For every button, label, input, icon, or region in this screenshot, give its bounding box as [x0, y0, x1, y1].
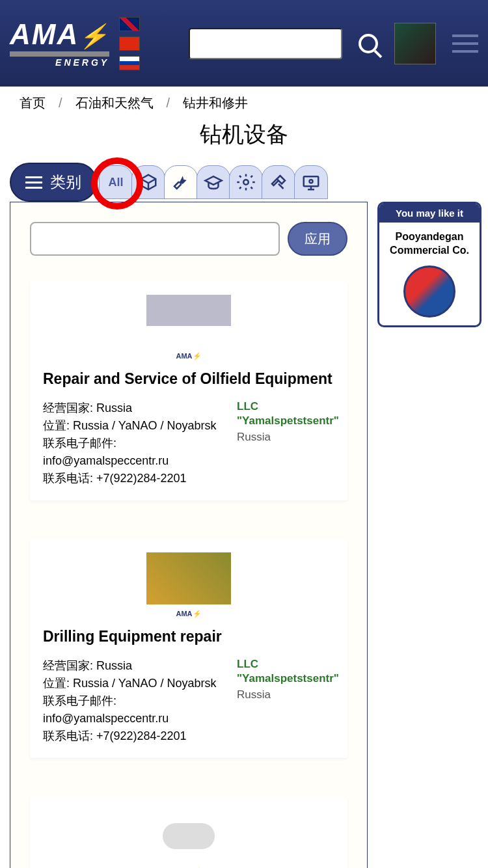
- sidebar-logo-icon[interactable]: [403, 265, 455, 318]
- watermark-icon: AMA⚡: [43, 352, 334, 360]
- tab-all[interactable]: All: [99, 165, 133, 199]
- page-title: 钻机设备: [0, 120, 488, 163]
- sidebar-recommend: You may like it Pooyandegan Commercial C…: [377, 202, 481, 327]
- listing-card[interactable]: AMA⚡ Repair and Service of Oilfield Equi…: [30, 282, 347, 500]
- tab-gear[interactable]: [229, 165, 263, 199]
- search-input[interactable]: [189, 28, 342, 59]
- menu-button[interactable]: [452, 34, 478, 53]
- card-title: Repair and Service of Oilfield Equipment: [43, 370, 334, 388]
- tab-wrench[interactable]: [164, 165, 198, 199]
- apply-button[interactable]: 应用: [288, 222, 347, 256]
- logo[interactable]: AMA⚡ ENERGY: [10, 20, 109, 67]
- search-icon[interactable]: [359, 34, 378, 53]
- tab-gavel[interactable]: [262, 165, 295, 199]
- content: 应用 AMA⚡ Repair and Service of Oilfield E…: [10, 202, 368, 868]
- sidebar-company[interactable]: Pooyandegan Commercial Co.: [387, 230, 472, 258]
- filter-input[interactable]: [30, 222, 280, 256]
- card-company[interactable]: LLC "Yamalspetstsentr" Russia: [237, 657, 334, 745]
- flag-cn-icon[interactable]: [119, 36, 140, 51]
- flag-ru-icon[interactable]: [119, 56, 140, 70]
- sidebar-title: You may like it: [379, 204, 480, 223]
- card-image: [146, 552, 231, 604]
- watermark-icon: AMA⚡: [43, 610, 334, 618]
- filter-row: 应用: [30, 222, 347, 256]
- language-flags: [119, 17, 140, 70]
- breadcrumb: 首页 / 石油和天然气 / 钻井和修井: [0, 87, 488, 120]
- listing-card[interactable]: AMA⚡ Drilling Equipment repair 经营国家: Rus…: [30, 539, 347, 758]
- card-title: Drilling Equipment repair: [43, 628, 334, 645]
- card-image: [146, 295, 231, 347]
- svg-point-0: [243, 180, 249, 185]
- tab-graduate[interactable]: [197, 165, 230, 199]
- category-button[interactable]: 类别: [10, 163, 97, 202]
- listing-card[interactable]: AMA⚡ Cleaning Systems 经营国家: Russia位置: Ru…: [30, 797, 347, 868]
- tabs: All: [100, 165, 328, 199]
- burger-icon: [25, 176, 42, 189]
- card-details: 经营国家: Russia位置: Russia / YaNAO / Noyabrs…: [43, 657, 224, 745]
- tab-box[interactable]: [131, 165, 165, 199]
- flag-uk-icon[interactable]: [119, 17, 140, 31]
- card-company[interactable]: LLC "Yamalspetstsentr" Russia: [237, 400, 334, 487]
- header: AMA⚡ ENERGY: [0, 0, 488, 87]
- breadcrumb-subcategory[interactable]: 钻井和修井: [183, 94, 248, 112]
- svg-point-2: [310, 180, 313, 183]
- card-details: 经营国家: Russia位置: Russia / YaNAO / Noyabrs…: [43, 400, 224, 487]
- category-bar: 类别 All: [0, 163, 488, 202]
- tab-computer[interactable]: [294, 165, 328, 199]
- breadcrumb-category[interactable]: 石油和天然气: [75, 94, 154, 112]
- svg-rect-1: [304, 176, 319, 186]
- breadcrumb-home[interactable]: 首页: [20, 94, 46, 112]
- card-image: [146, 810, 231, 862]
- avatar[interactable]: [394, 23, 436, 64]
